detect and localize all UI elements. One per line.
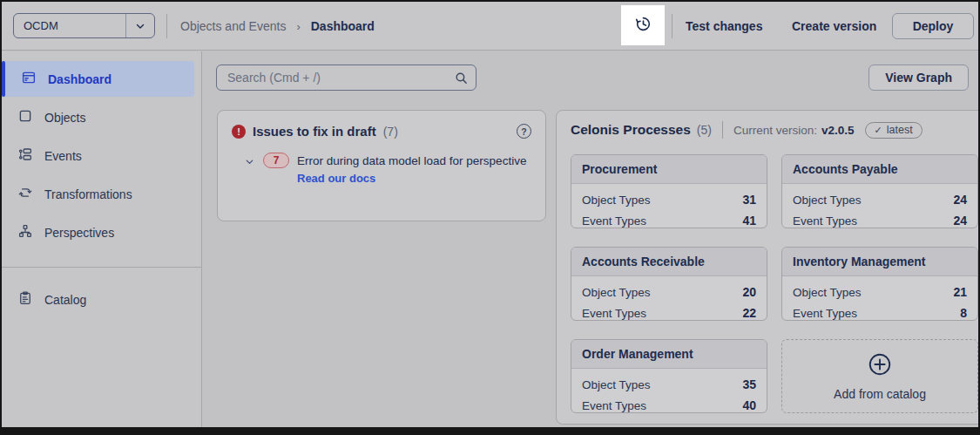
sidebar-item-transformations[interactable]: Transformations xyxy=(2,176,194,212)
processes-panel: Celonis Processes (5) Current version: v… xyxy=(556,110,978,425)
process-card-title: Inventory Management xyxy=(782,248,977,276)
current-version-label: Current version: xyxy=(733,124,817,137)
object-types-label: Object Types xyxy=(582,378,651,391)
history-clock-icon xyxy=(634,15,652,37)
object-types-label: Object Types xyxy=(793,286,862,299)
event-types-label: Event Types xyxy=(582,214,646,228)
object-types-value: 31 xyxy=(742,193,756,207)
latest-version-badge: ✓ latest xyxy=(865,122,923,139)
sidebar-item-dashboard[interactable]: Dashboard xyxy=(2,61,194,97)
object-types-value: 35 xyxy=(742,377,756,391)
dashboard-icon xyxy=(21,70,37,88)
events-icon xyxy=(17,146,33,165)
window-bottom-edge xyxy=(0,427,980,435)
issue-row: 7 Error during data model load for persp… xyxy=(244,153,545,186)
process-card-title: Procurement xyxy=(571,155,767,184)
objects-icon xyxy=(17,108,33,126)
deploy-button[interactable]: Deploy xyxy=(892,13,974,39)
issues-panel: ! Issues to fix in draft (7) ? 7 Error d… xyxy=(217,110,546,221)
breadcrumb-separator-icon: › xyxy=(296,20,300,33)
processes-title: Celonis Processes xyxy=(571,122,691,138)
event-types-value: 40 xyxy=(742,398,756,412)
issues-title: Issues to fix in draft xyxy=(253,124,376,139)
version-history-button[interactable] xyxy=(621,5,665,45)
event-types-value: 22 xyxy=(742,306,756,320)
latest-badge-label: latest xyxy=(887,124,913,136)
chevron-down-icon xyxy=(126,20,154,32)
sidebar-item-label: Transformations xyxy=(44,187,132,201)
object-types-label: Object Types xyxy=(793,194,862,207)
perspectives-icon xyxy=(17,223,33,241)
issues-panel-header: ! Issues to fix in draft (7) ? xyxy=(218,111,545,139)
sidebar-item-label: Catalog xyxy=(44,293,86,307)
current-version-value: v2.0.5 xyxy=(821,124,855,137)
event-types-value: 24 xyxy=(953,214,967,228)
event-types-label: Event Types xyxy=(582,399,646,412)
test-changes-button[interactable]: Test changes xyxy=(686,2,762,51)
sidebar-divider xyxy=(2,267,201,268)
top-bar: OCDM Objects and Events › Dashboard Test… xyxy=(2,2,978,51)
plus-circle-icon xyxy=(867,351,893,381)
process-card-order-management[interactable]: Order Management Object Types35 Event Ty… xyxy=(571,339,767,413)
object-types-label: Object Types xyxy=(582,286,651,299)
process-card-inventory-management[interactable]: Inventory Management Object Types21 Even… xyxy=(781,247,978,321)
sidebar-item-label: Objects xyxy=(44,111,85,125)
sidebar-item-events[interactable]: Events xyxy=(2,138,194,173)
view-graph-button[interactable]: View Graph xyxy=(868,65,969,91)
event-types-value: 41 xyxy=(742,214,756,228)
error-icon: ! xyxy=(232,125,246,139)
event-types-label: Event Types xyxy=(793,214,857,228)
transformations-icon xyxy=(17,185,33,203)
workspace-selector-value: OCDM xyxy=(14,19,125,32)
process-card-procurement[interactable]: Procurement Object Types31 Event Types41 xyxy=(571,154,767,228)
help-icon[interactable]: ? xyxy=(517,124,531,139)
issue-text: Error during data model load for perspec… xyxy=(297,153,534,186)
topbar-separator xyxy=(166,14,167,38)
catalog-icon xyxy=(17,290,33,309)
object-types-value: 20 xyxy=(742,285,756,299)
process-card-accounts-payable[interactable]: Accounts Payable Object Types24 Event Ty… xyxy=(781,154,978,228)
add-from-catalog-card[interactable]: Add from catalog xyxy=(781,339,978,413)
main-content: View Graph ! Issues to fix in draft (7) … xyxy=(203,51,978,427)
process-card-title: Accounts Receivable xyxy=(571,248,767,276)
chevron-down-icon[interactable] xyxy=(244,155,255,171)
object-types-value: 24 xyxy=(953,193,967,207)
event-types-label: Event Types xyxy=(793,307,857,320)
sidebar-item-label: Events xyxy=(44,149,82,163)
topbar-separator xyxy=(672,14,672,38)
issue-count-badge: 7 xyxy=(263,153,289,168)
workspace-selector[interactable]: OCDM xyxy=(13,13,155,38)
process-card-grid: Procurement Object Types31 Event Types41… xyxy=(571,154,978,413)
add-from-catalog-label: Add from catalog xyxy=(834,387,926,401)
object-types-label: Object Types xyxy=(582,194,651,207)
search-icon xyxy=(446,71,476,85)
sidebar-item-objects[interactable]: Objects xyxy=(2,99,194,135)
processes-panel-header: Celonis Processes (5) Current version: v… xyxy=(571,121,969,139)
breadcrumb: Objects and Events › Dashboard xyxy=(180,2,375,51)
process-card-title: Accounts Payable xyxy=(782,155,977,184)
process-card-title: Order Management xyxy=(571,340,767,369)
read-docs-link[interactable]: Read our docs xyxy=(297,172,375,185)
event-types-value: 8 xyxy=(960,306,967,320)
sidebar-item-label: Perspectives xyxy=(44,226,114,240)
sidebar: Dashboard Objects Events xyxy=(2,51,202,427)
object-types-value: 21 xyxy=(953,285,967,299)
breadcrumb-current: Dashboard xyxy=(311,19,375,33)
header-divider xyxy=(722,121,723,139)
search-input[interactable] xyxy=(217,71,446,85)
breadcrumb-parent[interactable]: Objects and Events xyxy=(180,19,286,33)
create-version-button[interactable]: Create version xyxy=(792,2,876,51)
sidebar-item-label: Dashboard xyxy=(48,72,112,86)
issue-message: Error during data model load for perspec… xyxy=(297,154,526,167)
check-icon: ✓ xyxy=(875,125,882,136)
selector-divider xyxy=(125,14,126,37)
process-card-accounts-receivable[interactable]: Accounts Receivable Object Types20 Event… xyxy=(571,247,767,321)
issues-count: (7) xyxy=(383,125,398,139)
processes-count: (5) xyxy=(697,123,712,137)
event-types-label: Event Types xyxy=(582,307,646,320)
search-box xyxy=(216,65,476,91)
sidebar-item-perspectives[interactable]: Perspectives xyxy=(2,214,194,250)
sidebar-item-catalog[interactable]: Catalog xyxy=(2,282,194,317)
